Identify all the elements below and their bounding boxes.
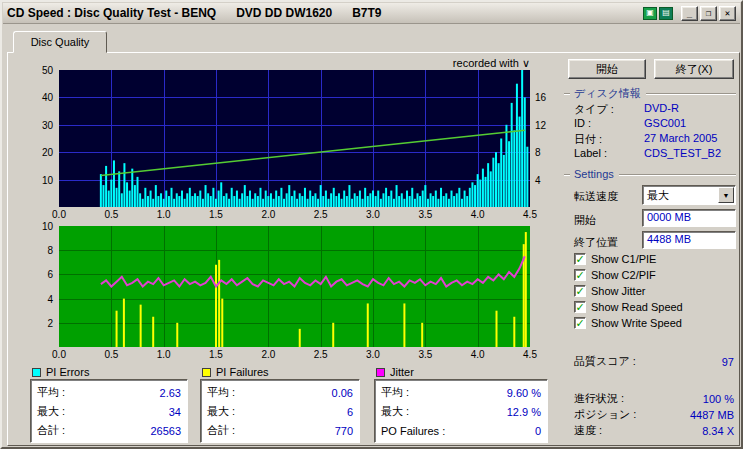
stat-value: 0 [535, 425, 541, 437]
pi-errors-title: PI Errors [46, 366, 89, 378]
checkbox-label: Show C1/PIE [591, 253, 656, 265]
stat-label: 最大 : [37, 404, 65, 419]
pi-errors-swatch [32, 368, 41, 377]
jitter-legend: Jitter [376, 366, 414, 378]
disc-label-value: CDS_TEST_B2 [644, 147, 721, 159]
check-icon: ✓ [574, 269, 586, 281]
stat-value: 12.9 % [507, 406, 541, 418]
position-value: 4487 MB [690, 409, 734, 421]
speed-select[interactable]: 最大 ▼ [642, 185, 736, 205]
checkbox-show-c1-pie[interactable]: ✓ Show C1/PIE [574, 253, 656, 265]
pi-failures-title: PI Failures [216, 366, 269, 378]
title-bar: CD Speed : Disc Quality Test - BENQ DVD … [3, 3, 740, 24]
quality-score-label: 品質スコア : [574, 354, 636, 369]
stat-label: 平均 : [207, 385, 235, 400]
pi-failures-legend: PI Failures [202, 366, 269, 378]
window-title: CD Speed : Disc Quality Test - BENQ DVD … [7, 6, 643, 20]
jitter-chart [59, 226, 530, 347]
speed-value: 8.34 X [702, 425, 734, 437]
group-rule [564, 93, 570, 94]
group-rule [646, 93, 736, 94]
group-rule [564, 174, 570, 175]
speed-select-label: 転送速度 [574, 189, 618, 204]
settings-title: Settings [574, 168, 614, 180]
speed-row: 速度 : 8.34 X [574, 423, 734, 438]
check-icon: ✓ [574, 301, 586, 313]
close-button[interactable]: ✕ [719, 6, 736, 21]
titlebar-app-icon-2: ▤ [659, 7, 673, 20]
window: CD Speed : Disc Quality Test - BENQ DVD … [0, 0, 743, 449]
progress-row: 進行状況 : 100 % [574, 391, 734, 406]
stat-label: PO Failures : [381, 425, 445, 437]
start-button-label: 開始 [596, 62, 618, 77]
checkbox-label: Show Jitter [591, 285, 645, 297]
end-position-label: 終了位置 [574, 235, 618, 250]
chevron-down-icon[interactable]: ▼ [718, 187, 734, 203]
check-icon: ✓ [574, 317, 586, 329]
group-rule [619, 174, 736, 175]
stat-value: 0.06 [332, 387, 353, 399]
stat-label: 平均 : [37, 385, 65, 400]
stat-label: 最大 : [207, 404, 235, 419]
position-label: ポジション : [574, 407, 636, 422]
position-row: ポジション : 4487 MB [574, 407, 734, 422]
disc-info-group-title: ディスク情報 [564, 86, 736, 101]
checkbox-label: Show Write Speed [591, 317, 682, 329]
checkbox-show-read-speed[interactable]: ✓ Show Read Speed [574, 301, 683, 313]
disc-label-label: Label : [574, 147, 607, 159]
progress-value: 100 % [703, 393, 734, 405]
disc-id-value: GSC001 [644, 117, 686, 129]
stat-value: 6 [347, 406, 353, 418]
stat-label: 平均 : [381, 385, 409, 400]
pi-errors-chart [59, 70, 530, 207]
start-position-label: 開始 [574, 213, 596, 228]
pi-failures-stats: 平均 :0.06 最大 :6 合計 :770 [200, 379, 360, 443]
disc-type-label: タイプ : [574, 102, 614, 117]
jitter-title: Jitter [390, 366, 414, 378]
settings-group-title: Settings [564, 168, 736, 180]
disc-info-title: ディスク情報 [574, 86, 641, 101]
pi-failures-swatch [202, 368, 211, 377]
disc-type-value: DVD-R [644, 102, 679, 114]
checkbox-label: Show Read Speed [591, 301, 683, 313]
quality-score-row: 品質スコア : 97 [574, 354, 734, 369]
stat-value: 34 [169, 406, 181, 418]
checkbox-show-c2-pif[interactable]: ✓ Show C2/PIF [574, 269, 656, 281]
stat-value: 26563 [150, 425, 181, 437]
quality-score-value: 97 [722, 356, 734, 368]
disc-date-value: 27 March 2005 [644, 132, 717, 144]
progress-label: 進行状況 : [574, 391, 624, 406]
stat-value: 9.60 % [507, 387, 541, 399]
maximize-button[interactable]: ❐ [700, 6, 717, 21]
checkbox-show-jitter[interactable]: ✓ Show Jitter [574, 285, 645, 297]
check-icon: ✓ [574, 253, 586, 265]
start-button[interactable]: 開始 [568, 59, 646, 79]
speed-select-value: 最大 [643, 188, 717, 203]
tab-disc-quality[interactable]: Disc Quality [13, 31, 107, 53]
check-icon: ✓ [574, 285, 586, 297]
speed-label: 速度 : [574, 423, 602, 438]
disc-date-label: 日付 : [574, 132, 602, 147]
disc-id-label: ID : [574, 117, 591, 129]
pi-errors-legend: PI Errors [32, 366, 89, 378]
stat-label: 合計 : [207, 423, 235, 438]
stat-value: 2.63 [160, 387, 181, 399]
jitter-stats: 平均 :9.60 % 最大 :12.9 % PO Failures :0 [374, 379, 548, 443]
pi-errors-stats: 平均 :2.63 最大 :34 合計 :26563 [30, 379, 188, 443]
stat-value: 770 [335, 425, 353, 437]
tab-label: Disc Quality [31, 36, 90, 48]
exit-button[interactable]: 終了(X) [654, 59, 734, 79]
exit-button-label: 終了(X) [676, 62, 713, 77]
checkbox-show-write-speed[interactable]: ✓ Show Write Speed [574, 317, 682, 329]
checkbox-label: Show C2/PIF [591, 269, 656, 281]
recorded-with-note: recorded with ∨ [332, 57, 530, 70]
stat-label: 最大 : [381, 404, 409, 419]
minimize-button[interactable]: _ [681, 6, 698, 21]
jitter-swatch [376, 368, 385, 377]
end-position-field[interactable]: 4488 MB [642, 231, 736, 249]
start-position-field[interactable]: 0000 MB [642, 209, 736, 227]
titlebar-app-icon-1: ▣ [643, 7, 657, 20]
stat-label: 合計 : [37, 423, 65, 438]
